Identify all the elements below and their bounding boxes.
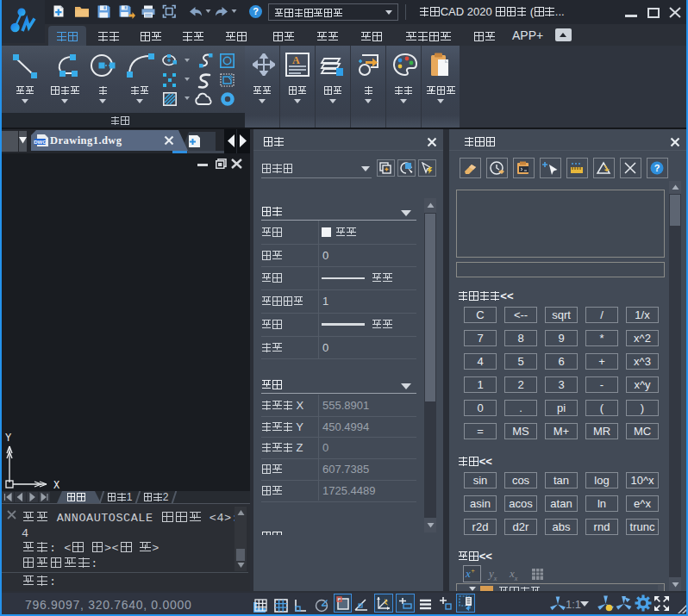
svg-text:?: ? xyxy=(253,6,259,16)
svg-text:?: ? xyxy=(654,163,660,173)
svg-text:X: X xyxy=(53,480,59,489)
svg-text:DWG: DWG xyxy=(34,140,47,145)
svg-text:Y: Y xyxy=(5,432,11,445)
svg-text:A: A xyxy=(292,54,300,66)
